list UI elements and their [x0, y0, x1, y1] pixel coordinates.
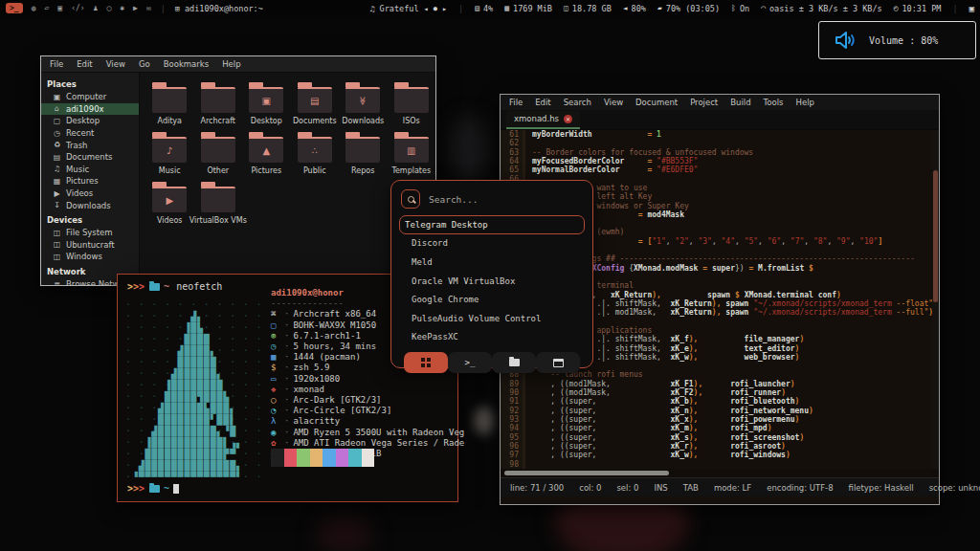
code-line: 90 , ((mod1Mask, xK_F2), rofi_runner): [501, 388, 939, 397]
fm-menu-edit[interactable]: Edit: [77, 59, 92, 69]
workspace-github-icon[interactable]: ◯: [106, 4, 111, 12]
rofi-item-google-chrome[interactable]: Google Chrome: [399, 290, 585, 309]
editor-horizontal-scrollbar[interactable]: [501, 469, 939, 477]
fm-menu-go[interactable]: Go: [139, 59, 150, 69]
rofi-search-row: Search...: [391, 181, 592, 215]
folder-desktop[interactable]: ▣Desktop: [242, 82, 291, 132]
sidebar-item-windows[interactable]: ◫Windows: [41, 251, 139, 263]
prompt-path: ~: [164, 483, 169, 494]
sidebar-item-adi1090x[interactable]: ⌂adi1090x: [41, 103, 139, 116]
editor-menu-help[interactable]: Help: [796, 98, 814, 107]
sidebar-item-trash[interactable]: ♻Trash: [41, 139, 139, 151]
rofi-item-discord[interactable]: Discord: [399, 234, 585, 253]
neofetch-row-icon: ❖: [271, 385, 284, 395]
folder-virtualbox-vms[interactable]: VirtualBox VMs: [194, 182, 243, 231]
sidebar-item-computer[interactable]: ▣Computer: [41, 91, 139, 103]
sidebar-item-recent[interactable]: ◷Recent: [41, 127, 139, 140]
editor-tab-xmonad[interactable]: xmonad.hs ✕: [506, 111, 580, 129]
editor-menu-search[interactable]: Search: [564, 98, 591, 107]
workspace-chat-icon[interactable]: ✉: [146, 4, 151, 12]
code-line: 65myNormalBorderColor = "#E6DFE0": [501, 165, 939, 174]
neofetch-row-icon: ▭: [271, 374, 284, 385]
sidebar-item-desktop[interactable]: ▢Desktop: [41, 115, 139, 127]
rofi-item-oracle-vm-virtualbox[interactable]: Oracle VM VirtualBox: [399, 272, 585, 291]
sidebar-item-pictures[interactable]: ▦Pictures: [41, 175, 139, 187]
line-number: 90: [501, 388, 525, 397]
rofi-item-telegram-desktop[interactable]: Telegram Desktop: [399, 215, 585, 234]
folder-downloads[interactable]: ≫Downloads: [339, 82, 388, 132]
folder-music[interactable]: ♪Music: [145, 132, 194, 182]
editor-menu-tools[interactable]: Tools: [764, 98, 784, 107]
editor-menu-view[interactable]: View: [604, 98, 623, 107]
workspace-editor-icon[interactable]: ▣: [57, 4, 62, 12]
sidebar-item-icon: ▦: [53, 177, 61, 186]
folder-videos[interactable]: ▶Videos: [145, 182, 194, 231]
folder-pictures[interactable]: ▲Pictures: [242, 132, 291, 182]
workspace-gimp-icon[interactable]: ♟: [94, 4, 99, 12]
folder-icon: ▥: [394, 137, 429, 163]
line-number: 91: [501, 397, 525, 406]
sidebar-item-documents[interactable]: ▤Documents: [41, 151, 139, 164]
editor-menu-file[interactable]: File: [509, 98, 523, 107]
folder-public[interactable]: ∴Public: [291, 132, 340, 182]
editor-menu-edit[interactable]: Edit: [535, 98, 550, 107]
neofetch-row-text: 1444 (pacman): [293, 352, 360, 363]
system-stats: ▤4%▦1769 MiB◫18.78 GB◄80%▰70% (03:05)ᛒOn…: [475, 4, 882, 13]
music-prev-button[interactable]: ◂: [424, 4, 429, 13]
rofi-item-meld[interactable]: Meld: [399, 253, 585, 272]
folder-documents[interactable]: ▤Documents: [291, 82, 340, 132]
files-folder-icon: [509, 359, 520, 366]
folder-icon: [201, 87, 235, 113]
search-input[interactable]: Search...: [429, 194, 478, 205]
workspace-video-icon[interactable]: ▶: [133, 4, 138, 12]
sidebar-item-downloads[interactable]: ↧Downloads: [41, 199, 139, 211]
editor-menu-build[interactable]: Build: [730, 98, 750, 107]
folder-repos[interactable]: Repos: [339, 132, 388, 182]
workspace-files-icon[interactable]: ▱: [44, 4, 49, 12]
code-text: , ((mod1Mask, xK_F2), rofi_runner): [525, 388, 786, 397]
stat-memory: ▦1769 MiB: [504, 4, 552, 13]
fm-menu-view[interactable]: View: [106, 59, 125, 69]
sidebar-item-music[interactable]: ♫Music: [41, 164, 139, 176]
neofetch-row-text: Archcraft x86_64: [293, 309, 376, 320]
rofi-mode-windows-button[interactable]: [536, 352, 580, 373]
folder-isos[interactable]: ISOs: [388, 82, 436, 132]
tab-close-icon[interactable]: ✕: [564, 115, 572, 123]
neofetch-row-icon: ○: [271, 395, 284, 406]
workspace-settings-icon[interactable]: ✱: [120, 4, 124, 12]
fm-menu-bookmarks[interactable]: Bookmarks: [164, 59, 210, 69]
rofi-mode-files-button[interactable]: [492, 352, 536, 373]
fm-menu-file[interactable]: File: [50, 59, 63, 69]
code-line: 62: [501, 139, 939, 147]
folder-other[interactable]: Other: [194, 132, 243, 182]
rofi-mode-run-button[interactable]: >_: [448, 352, 492, 373]
neofetch-row-text: AMD ATI Radeon Vega Series / Rade: [293, 438, 464, 449]
folder-aditya[interactable]: Aditya: [145, 82, 194, 132]
sidebar-item-ubuntucraft[interactable]: ◫Ubuntucraft: [41, 239, 139, 252]
code-text: , ((super, xK_s), rofi_screenshot): [525, 433, 804, 442]
folder-archcraft[interactable]: Archcraft: [194, 82, 243, 132]
file-manager-menubar: FileEditViewGoBookmarksHelp: [41, 56, 435, 73]
music-stop-button[interactable]: ●: [434, 5, 437, 12]
workspace-web-icon[interactable]: ◍: [32, 4, 36, 12]
power-icon[interactable]: ▣: [969, 4, 974, 13]
code-text: myNormalBorderColor = "#E6DFE0": [525, 165, 698, 174]
editor-menu-project[interactable]: Project: [690, 98, 718, 107]
rofi-item-keepassxc[interactable]: KeePassXC: [399, 328, 585, 347]
music-next-button[interactable]: ▸: [442, 4, 447, 13]
editor-vertical-scrollbar[interactable]: [932, 130, 939, 469]
sidebar-item-file-system[interactable]: ◫File System: [41, 227, 139, 239]
neofetch-row-text: zsh 5.9: [293, 363, 329, 373]
fm-menu-help[interactable]: Help: [222, 59, 240, 69]
folder-templates[interactable]: ▥Templates: [388, 132, 436, 182]
editor-menu-document[interactable]: Document: [635, 98, 678, 107]
sidebar-item-videos[interactable]: ▶Videos: [41, 187, 139, 200]
status-filetype: filetype: Haskell: [849, 483, 914, 493]
workspace-code-icon[interactable]: ‹/›: [71, 4, 84, 12]
sidebar-item-icon: ◫: [53, 229, 61, 237]
rofi-mode-apps-button[interactable]: [404, 352, 448, 373]
code-text: [525, 460, 532, 469]
rofi-item-pulseaudio-volume-control[interactable]: PulseAudio Volume Control: [399, 309, 585, 328]
code-line: 93 , ((super, xK_x), rofi_powermenu): [501, 415, 939, 424]
workspace-terminal-icon[interactable]: >_: [6, 3, 23, 13]
